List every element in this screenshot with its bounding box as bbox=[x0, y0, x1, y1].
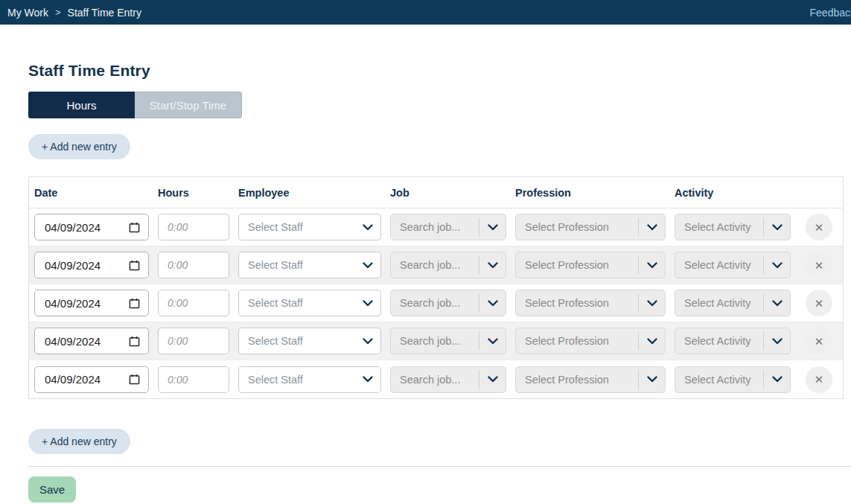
activity-select[interactable]: Select Activity bbox=[675, 366, 791, 393]
profession-select[interactable]: Select Profession bbox=[515, 290, 666, 316]
column-header-hours: Hours bbox=[158, 187, 229, 199]
add-new-entry-button-bottom[interactable]: + Add new entry bbox=[28, 429, 130, 454]
hours-input[interactable] bbox=[158, 290, 229, 316]
profession-select-value: Select Profession bbox=[525, 221, 634, 233]
job-select-value: Search job... bbox=[400, 221, 474, 233]
calendar-icon[interactable] bbox=[129, 298, 140, 309]
column-header-date: Date bbox=[34, 187, 149, 199]
close-icon: ✕ bbox=[815, 222, 824, 233]
activity-select[interactable]: Select Activity bbox=[675, 214, 791, 240]
job-select[interactable]: Search job... bbox=[390, 366, 506, 393]
save-button[interactable]: Save bbox=[28, 476, 76, 503]
add-new-entry-button-top[interactable]: + Add new entry bbox=[28, 134, 130, 159]
calendar-icon[interactable] bbox=[129, 336, 140, 347]
activity-select-value: Select Activity bbox=[684, 335, 759, 347]
chevron-down-icon bbox=[763, 371, 783, 389]
column-header-profession: Profession bbox=[515, 187, 666, 199]
remove-row-button[interactable]: ✕ bbox=[806, 366, 832, 393]
remove-row-button[interactable]: ✕ bbox=[806, 290, 832, 316]
table-header-row: Date Hours Employee Job Profession Activ… bbox=[29, 177, 843, 208]
employee-select-value: Select Staff bbox=[248, 374, 357, 386]
time-mode-tabs: Hours Start/Stop Time bbox=[28, 92, 242, 118]
remove-row-button[interactable]: ✕ bbox=[806, 252, 832, 278]
date-input[interactable]: 04/09/2024 bbox=[34, 252, 149, 278]
employee-select-value: Select Staff bbox=[248, 259, 357, 271]
footer-divider bbox=[28, 466, 851, 467]
hours-input[interactable] bbox=[158, 328, 229, 354]
chevron-down-icon bbox=[357, 376, 373, 383]
chevron-down-icon bbox=[479, 256, 498, 274]
time-entry-row: 04/09/2024 Select Staff Search job... bbox=[29, 246, 843, 284]
chevron-down-icon bbox=[638, 218, 657, 236]
job-select-value: Search job... bbox=[400, 335, 474, 347]
time-entry-row: 04/09/2024 Select Staff Search job... bbox=[29, 284, 843, 322]
job-select-value: Search job... bbox=[400, 297, 474, 309]
close-icon: ✕ bbox=[815, 336, 824, 347]
date-value: 04/09/2024 bbox=[45, 335, 101, 348]
job-select[interactable]: Search job... bbox=[390, 252, 506, 278]
chevron-down-icon bbox=[763, 256, 783, 274]
date-input[interactable]: 04/09/2024 bbox=[34, 290, 149, 316]
employee-select[interactable]: Select Staff bbox=[238, 214, 381, 240]
employee-select[interactable]: Select Staff bbox=[238, 290, 381, 316]
employee-select[interactable]: Select Staff bbox=[238, 366, 381, 393]
activity-select-value: Select Activity bbox=[684, 259, 759, 271]
calendar-icon[interactable] bbox=[129, 374, 140, 385]
employee-select-value: Select Staff bbox=[248, 221, 357, 233]
calendar-icon[interactable] bbox=[129, 222, 140, 233]
breadcrumb-staff-time-entry: Staff Time Entry bbox=[68, 7, 141, 19]
chevron-down-icon bbox=[357, 262, 373, 269]
hours-input[interactable] bbox=[158, 214, 229, 240]
profession-select-value: Select Profession bbox=[525, 259, 634, 271]
job-select[interactable]: Search job... bbox=[390, 214, 506, 240]
column-header-job: Job bbox=[390, 187, 506, 199]
remove-row-button[interactable]: ✕ bbox=[806, 328, 832, 354]
activity-select[interactable]: Select Activity bbox=[675, 328, 791, 354]
chevron-down-icon bbox=[479, 371, 498, 389]
breadcrumb-separator: > bbox=[55, 7, 61, 18]
feedback-link[interactable]: Feedback bbox=[810, 7, 851, 19]
chevron-down-icon bbox=[357, 300, 373, 307]
profession-select[interactable]: Select Profession bbox=[515, 328, 666, 354]
date-input[interactable]: 04/09/2024 bbox=[34, 366, 149, 393]
activity-select[interactable]: Select Activity bbox=[675, 252, 791, 278]
date-input[interactable]: 04/09/2024 bbox=[34, 214, 149, 240]
chevron-down-icon bbox=[763, 332, 783, 350]
time-entry-row: 04/09/2024 Select Staff Search job... bbox=[29, 360, 843, 398]
chevron-down-icon bbox=[357, 224, 373, 231]
activity-select-value: Select Activity bbox=[684, 374, 759, 386]
employee-select-value: Select Staff bbox=[248, 335, 357, 347]
profession-select[interactable]: Select Profession bbox=[515, 214, 666, 240]
time-entry-row: 04/09/2024 Select Staff Search job... bbox=[29, 322, 843, 360]
job-select[interactable]: Search job... bbox=[390, 290, 506, 316]
top-nav-bar: My Work > Staff Time Entry Feedback bbox=[0, 0, 851, 25]
employee-select[interactable]: Select Staff bbox=[238, 328, 381, 354]
breadcrumb-my-work[interactable]: My Work bbox=[7, 7, 48, 19]
table-body: 04/09/2024 Select Staff Search job... bbox=[29, 208, 843, 398]
profession-select[interactable]: Select Profession bbox=[515, 252, 666, 278]
date-input[interactable]: 04/09/2024 bbox=[34, 328, 149, 354]
chevron-down-icon bbox=[357, 338, 373, 345]
job-select-value: Search job... bbox=[400, 259, 474, 271]
column-header-employee: Employee bbox=[238, 187, 381, 199]
employee-select[interactable]: Select Staff bbox=[238, 252, 381, 278]
time-entry-table: Date Hours Employee Job Profession Activ… bbox=[28, 176, 844, 399]
chevron-down-icon bbox=[479, 218, 498, 236]
chevron-down-icon bbox=[479, 332, 498, 350]
hours-input[interactable] bbox=[158, 366, 229, 393]
tab-hours[interactable]: Hours bbox=[28, 92, 135, 118]
activity-select[interactable]: Select Activity bbox=[675, 290, 791, 316]
job-select[interactable]: Search job... bbox=[390, 328, 506, 354]
date-value: 04/09/2024 bbox=[45, 221, 101, 234]
activity-select-value: Select Activity bbox=[684, 297, 759, 309]
profession-select[interactable]: Select Profession bbox=[515, 366, 666, 393]
profession-select-value: Select Profession bbox=[525, 335, 634, 347]
column-header-activity: Activity bbox=[675, 187, 791, 199]
calendar-icon[interactable] bbox=[129, 260, 140, 271]
chevron-down-icon bbox=[763, 218, 783, 236]
hours-input[interactable] bbox=[158, 252, 229, 278]
date-value: 04/09/2024 bbox=[45, 259, 101, 272]
remove-row-button[interactable]: ✕ bbox=[806, 214, 832, 240]
tab-start-stop-time[interactable]: Start/Stop Time bbox=[135, 92, 242, 118]
date-value: 04/09/2024 bbox=[45, 297, 101, 310]
